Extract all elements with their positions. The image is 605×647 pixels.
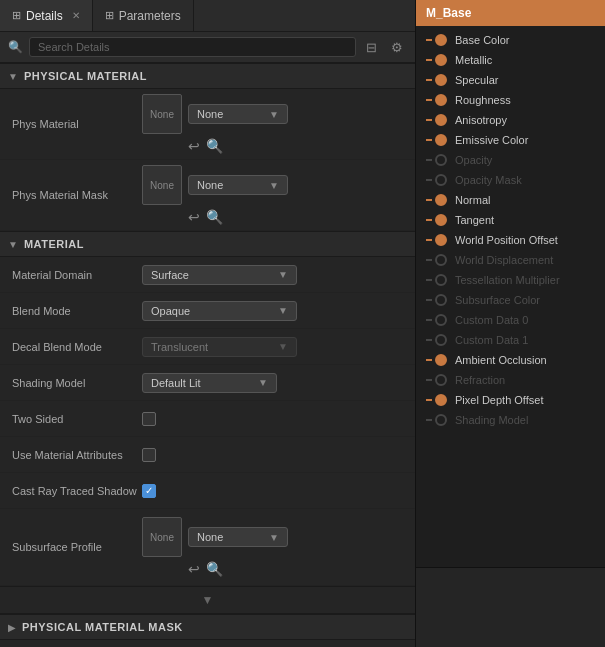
shading-model-dropdown[interactable]: Default Lit ▼ bbox=[142, 373, 277, 393]
rp-dot-15 bbox=[435, 334, 447, 346]
phys-material-mask-dropdown[interactable]: None ▼ bbox=[188, 175, 288, 195]
rp-item-normal[interactable]: Normal bbox=[416, 190, 605, 210]
two-sided-checkbox[interactable] bbox=[142, 412, 156, 426]
rp-item-pixel-depth-offset[interactable]: Pixel Depth Offset bbox=[416, 390, 605, 410]
subsurface-profile-swatch-text: None bbox=[150, 532, 174, 543]
phys-material-mask-swatch-text: None bbox=[150, 180, 174, 191]
rp-dot-wrap-14 bbox=[426, 314, 447, 326]
rp-label-3: Roughness bbox=[455, 94, 511, 106]
parameters-icon: ⊞ bbox=[105, 9, 114, 22]
phys-material-mask-controls: None None ▼ ↩ 🔍 bbox=[142, 165, 403, 225]
pmask-section: ▶ PHYSICAL MATERIAL MASK ▶ Physical Mate… bbox=[0, 613, 415, 647]
rp-label-4: Anisotropy bbox=[455, 114, 507, 126]
blend-mode-dropdown[interactable]: Opaque ▼ bbox=[142, 301, 297, 321]
rp-dot-wrap-5 bbox=[426, 134, 447, 146]
rp-dot-18 bbox=[435, 394, 447, 406]
subsurface-profile-dropdown[interactable]: None ▼ bbox=[188, 527, 288, 547]
rp-dot-line-16 bbox=[426, 359, 432, 361]
rp-dot-line-1 bbox=[426, 59, 432, 61]
rp-label-10: World Position Offset bbox=[455, 234, 558, 246]
two-sided-row: Two Sided bbox=[0, 401, 415, 437]
view-options-icon[interactable]: ⊟ bbox=[362, 38, 381, 57]
tab-details-label: Details bbox=[26, 9, 63, 23]
rp-item-custom-data-0: Custom Data 0 bbox=[416, 310, 605, 330]
settings-icon[interactable]: ⚙ bbox=[387, 38, 407, 57]
shading-model-arrow: ▼ bbox=[258, 377, 268, 388]
tab-parameters-label: Parameters bbox=[119, 9, 181, 23]
rp-item-specular[interactable]: Specular bbox=[416, 70, 605, 90]
rp-label-12: Tessellation Multiplier bbox=[455, 274, 560, 286]
tab-parameters[interactable]: ⊞ Parameters bbox=[93, 0, 194, 31]
cast-ray-traced-shadow-row: Cast Ray Traced Shadow bbox=[0, 473, 415, 509]
left-panel: ⊞ Details ✕ ⊞ Parameters 🔍 ⊟ ⚙ ▼ PHYSICA… bbox=[0, 0, 415, 647]
rp-dot-wrap-16 bbox=[426, 354, 447, 366]
rp-dot-4 bbox=[435, 114, 447, 126]
subsurface-profile-search-icon[interactable]: 🔍 bbox=[206, 561, 223, 577]
subsurface-profile-dropdown-arrow: ▼ bbox=[269, 532, 279, 543]
phys-material-mask-row: Phys Material Mask None None ▼ ↩ 🔍 bbox=[0, 160, 415, 231]
rp-dot-9 bbox=[435, 214, 447, 226]
rp-dot-6 bbox=[435, 154, 447, 166]
rp-dot-5 bbox=[435, 134, 447, 146]
cast-ray-traced-shadow-label: Cast Ray Traced Shadow bbox=[12, 485, 142, 497]
phys-material-mask-swatch[interactable]: None bbox=[142, 165, 182, 205]
panel-content: ▼ PHYSICAL MATERIAL Phys Material None N… bbox=[0, 63, 415, 647]
right-panel-footer bbox=[416, 567, 605, 647]
section-pmask-header[interactable]: ▶ PHYSICAL MATERIAL MASK bbox=[0, 614, 415, 640]
search-bar: 🔍 ⊟ ⚙ bbox=[0, 32, 415, 63]
rp-dot-14 bbox=[435, 314, 447, 326]
subsurface-profile-reset-icon[interactable]: ↩ bbox=[188, 561, 200, 577]
two-sided-label: Two Sided bbox=[12, 413, 142, 425]
search-icon: 🔍 bbox=[8, 40, 23, 54]
phys-material-reset-icon[interactable]: ↩ bbox=[188, 138, 200, 154]
rp-label-13: Subsurface Color bbox=[455, 294, 540, 306]
rp-item-subsurface-color: Subsurface Color bbox=[416, 290, 605, 310]
material-domain-dropdown[interactable]: Surface ▼ bbox=[142, 265, 297, 285]
rp-item-emissive-color[interactable]: Emissive Color bbox=[416, 130, 605, 150]
rp-item-world-position-offset[interactable]: World Position Offset bbox=[416, 230, 605, 250]
subsurface-profile-swatch[interactable]: None bbox=[142, 517, 182, 557]
use-material-attributes-checkbox[interactable] bbox=[142, 448, 156, 462]
rp-dot-line-10 bbox=[426, 239, 432, 241]
rp-item-custom-data-1: Custom Data 1 bbox=[416, 330, 605, 350]
subsurface-profile-label: Subsurface Profile bbox=[12, 541, 142, 553]
rp-dot-wrap-12 bbox=[426, 274, 447, 286]
rp-dot-line-4 bbox=[426, 119, 432, 121]
phys-material-mask-reset-icon[interactable]: ↩ bbox=[188, 209, 200, 225]
rp-item-base-color[interactable]: Base Color bbox=[416, 30, 605, 50]
rp-item-roughness[interactable]: Roughness bbox=[416, 90, 605, 110]
subsurface-profile-icon-btns: ↩ 🔍 bbox=[142, 561, 403, 577]
rp-label-15: Custom Data 1 bbox=[455, 334, 528, 346]
section-physical-material[interactable]: ▼ PHYSICAL MATERIAL bbox=[0, 63, 415, 89]
blend-mode-row: Blend Mode Opaque ▼ bbox=[0, 293, 415, 329]
shading-model-row: Shading Model Default Lit ▼ bbox=[0, 365, 415, 401]
rp-dot-10 bbox=[435, 234, 447, 246]
expand-more-button[interactable]: ▼ bbox=[0, 586, 415, 613]
rp-label-11: World Displacement bbox=[455, 254, 553, 266]
rp-item-metallic[interactable]: Metallic bbox=[416, 50, 605, 70]
phys-material-dropdown[interactable]: None ▼ bbox=[188, 104, 288, 124]
rp-item-ambient-occlusion[interactable]: Ambient Occlusion bbox=[416, 350, 605, 370]
section-material[interactable]: ▼ MATERIAL bbox=[0, 231, 415, 257]
tab-close-icon[interactable]: ✕ bbox=[72, 10, 80, 21]
tab-details[interactable]: ⊞ Details ✕ bbox=[0, 0, 93, 31]
rp-label-6: Opacity bbox=[455, 154, 492, 166]
phys-material-mask-search-icon[interactable]: 🔍 bbox=[206, 209, 223, 225]
phys-material-swatch[interactable]: None bbox=[142, 94, 182, 134]
right-panel: M_Base Base ColorMetallicSpecularRoughne… bbox=[415, 0, 605, 647]
decal-blend-mode-dropdown: Translucent ▼ bbox=[142, 337, 297, 357]
blend-mode-arrow: ▼ bbox=[278, 305, 288, 316]
rp-dot-line-11 bbox=[426, 259, 432, 261]
rp-dot-wrap-13 bbox=[426, 294, 447, 306]
subsurface-profile-row: Subsurface Profile None None ▼ ↩ 🔍 bbox=[0, 509, 415, 586]
rp-dot-line-12 bbox=[426, 279, 432, 281]
phys-material-search-icon[interactable]: 🔍 bbox=[206, 138, 223, 154]
search-input[interactable] bbox=[29, 37, 356, 57]
rp-dot-line-19 bbox=[426, 419, 432, 421]
rp-dot-line-7 bbox=[426, 179, 432, 181]
rp-item-tangent[interactable]: Tangent bbox=[416, 210, 605, 230]
rp-item-anisotropy[interactable]: Anisotropy bbox=[416, 110, 605, 130]
rp-dot-wrap-3 bbox=[426, 94, 447, 106]
section-title-pmask: PHYSICAL MATERIAL MASK bbox=[22, 621, 183, 633]
cast-ray-traced-shadow-checkbox[interactable] bbox=[142, 484, 156, 498]
